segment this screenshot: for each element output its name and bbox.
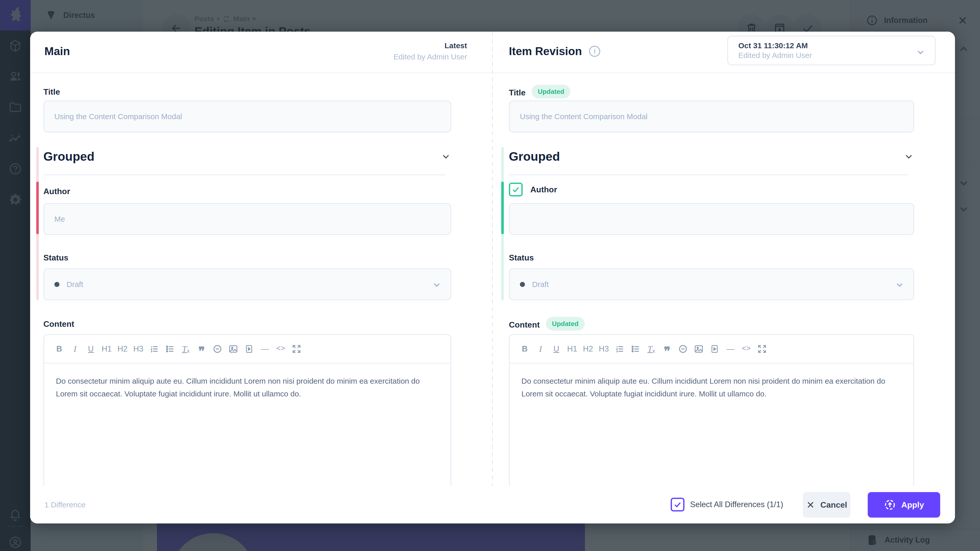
left-status-value: Draft bbox=[67, 280, 83, 289]
revision-selector[interactable]: Oct 31 11:30:12 AM Edited by Admin User bbox=[727, 36, 935, 65]
underline-button[interactable]: U bbox=[549, 340, 564, 358]
right-pane-header: Item Revision i bbox=[509, 45, 600, 58]
revision-editor: Edited by Admin User bbox=[738, 51, 924, 60]
bold-button[interactable]: B bbox=[51, 340, 67, 358]
right-title-value: Using the Content Comparison Modal bbox=[520, 112, 648, 121]
left-group-header[interactable]: Grouped bbox=[43, 149, 451, 164]
chevron-down-icon bbox=[431, 280, 442, 290]
left-content-text[interactable]: Do consectetur minim aliquip aute eu. Ci… bbox=[44, 364, 450, 400]
left-title-value: Using the Content Comparison Modal bbox=[54, 112, 182, 121]
right-author-row: Author bbox=[509, 183, 557, 197]
link-button[interactable] bbox=[210, 340, 225, 358]
status-dot bbox=[520, 282, 525, 287]
code-button[interactable]: <> bbox=[273, 340, 289, 358]
chevron-down-icon bbox=[441, 151, 451, 162]
ordered-list-button[interactable] bbox=[612, 340, 628, 358]
right-group-header[interactable]: Grouped bbox=[509, 149, 914, 164]
right-content-editor[interactable]: B I U H1 H2 H3 Tx ❞ bbox=[509, 334, 914, 486]
left-status-select[interactable]: Draft bbox=[43, 268, 451, 300]
right-author-label: Author bbox=[530, 185, 557, 194]
right-content-label: Content bbox=[509, 320, 540, 330]
link-button[interactable] bbox=[675, 340, 691, 358]
left-group-divider bbox=[43, 175, 445, 175]
apply-button[interactable]: Apply bbox=[868, 492, 940, 518]
left-author-input[interactable]: Me bbox=[43, 203, 451, 235]
left-content-label: Content bbox=[43, 319, 74, 329]
author-diff-checkbox[interactable] bbox=[509, 183, 523, 197]
left-title-label: Title bbox=[43, 87, 60, 97]
chevron-down-icon bbox=[904, 151, 914, 162]
right-title-row: Title Updated bbox=[509, 86, 570, 100]
left-author-value: Me bbox=[54, 215, 65, 224]
bold-button[interactable]: B bbox=[517, 340, 533, 358]
h1-button[interactable]: H1 bbox=[99, 340, 115, 358]
right-group-divider bbox=[509, 175, 908, 175]
video-button[interactable] bbox=[707, 340, 722, 358]
right-pane-title: Item Revision bbox=[509, 45, 582, 58]
right-status-select[interactable]: Draft bbox=[509, 268, 914, 300]
cancel-button[interactable]: Cancel bbox=[803, 492, 850, 518]
left-meta-secondary: Edited by Admin User bbox=[393, 52, 467, 61]
left-meta-primary: Latest bbox=[445, 41, 467, 50]
right-title-label: Title bbox=[509, 88, 525, 97]
close-icon bbox=[806, 500, 815, 509]
underline-button[interactable]: U bbox=[83, 340, 99, 358]
italic-button[interactable]: I bbox=[533, 340, 549, 358]
left-pane-title: Main bbox=[45, 45, 70, 58]
editor-toolbar: B I U H1 H2 H3 Tx ❞ bbox=[44, 335, 450, 364]
chevron-down-icon bbox=[915, 47, 926, 57]
select-all-checkbox[interactable] bbox=[671, 498, 684, 511]
revision-date: Oct 31 11:30:12 AM bbox=[738, 41, 924, 50]
video-button[interactable] bbox=[241, 340, 257, 358]
h2-button[interactable]: H2 bbox=[580, 340, 596, 358]
check-icon bbox=[673, 500, 682, 509]
revision-info-icon[interactable]: i bbox=[589, 46, 600, 57]
blockquote-button[interactable]: ❞ bbox=[194, 343, 210, 360]
select-all-label: Select All Differences (1/1) bbox=[690, 500, 783, 509]
pane-divider-dashed bbox=[492, 32, 493, 524]
chevron-down-icon bbox=[894, 280, 905, 290]
left-status-label: Status bbox=[43, 253, 68, 262]
difference-count: 1 Difference bbox=[45, 500, 86, 509]
clear-format-button[interactable]: Tx bbox=[178, 340, 194, 358]
updated-badge: Updated bbox=[531, 85, 570, 98]
bullet-list-button[interactable] bbox=[628, 340, 643, 358]
screen: Directus Posts • Main ▾ Editing Item in … bbox=[0, 0, 980, 551]
h3-button[interactable]: H3 bbox=[130, 340, 146, 358]
right-author-input[interactable] bbox=[509, 203, 914, 235]
modal-footer: 1 Difference Select All Differences (1/1… bbox=[30, 486, 955, 524]
fullscreen-button[interactable] bbox=[754, 340, 770, 358]
left-change-bar-author bbox=[36, 182, 39, 234]
horizontal-rule-button[interactable]: — bbox=[722, 340, 738, 358]
image-button[interactable] bbox=[691, 340, 707, 358]
content-comparison-modal: Main Latest Edited by Admin User Item Re… bbox=[30, 32, 955, 524]
right-group-title: Grouped bbox=[509, 149, 560, 164]
left-title-input[interactable]: Using the Content Comparison Modal bbox=[43, 100, 451, 132]
h2-button[interactable]: H2 bbox=[115, 340, 130, 358]
left-group-title: Grouped bbox=[43, 149, 94, 164]
image-button[interactable] bbox=[225, 340, 241, 358]
left-content-editor[interactable]: B I U H1 H2 H3 Tx ❞ bbox=[43, 334, 451, 486]
italic-button[interactable]: I bbox=[67, 340, 83, 358]
horizontal-rule-button[interactable]: — bbox=[257, 340, 273, 358]
right-status-value: Draft bbox=[532, 280, 549, 289]
code-button[interactable]: <> bbox=[738, 340, 754, 358]
fullscreen-button[interactable] bbox=[289, 340, 304, 358]
clear-format-button[interactable]: Tx bbox=[643, 340, 659, 358]
right-content-row: Content Updated bbox=[509, 318, 585, 332]
check-icon bbox=[511, 185, 520, 194]
updated-badge: Updated bbox=[546, 317, 585, 330]
right-change-bar-author bbox=[501, 182, 504, 234]
h3-button[interactable]: H3 bbox=[596, 340, 612, 358]
left-author-label: Author bbox=[43, 187, 70, 196]
right-title-input[interactable]: Using the Content Comparison Modal bbox=[509, 100, 914, 132]
apply-label: Apply bbox=[901, 500, 924, 510]
right-content-text[interactable]: Do consectetur minim aliquip aute eu. Ci… bbox=[510, 364, 913, 400]
blockquote-button[interactable]: ❞ bbox=[659, 343, 675, 360]
ordered-list-button[interactable] bbox=[146, 340, 162, 358]
select-all-control[interactable]: Select All Differences (1/1) bbox=[671, 498, 783, 511]
right-status-label: Status bbox=[509, 253, 534, 262]
bullet-list-button[interactable] bbox=[162, 340, 178, 358]
cancel-label: Cancel bbox=[821, 500, 847, 510]
h1-button[interactable]: H1 bbox=[564, 340, 580, 358]
